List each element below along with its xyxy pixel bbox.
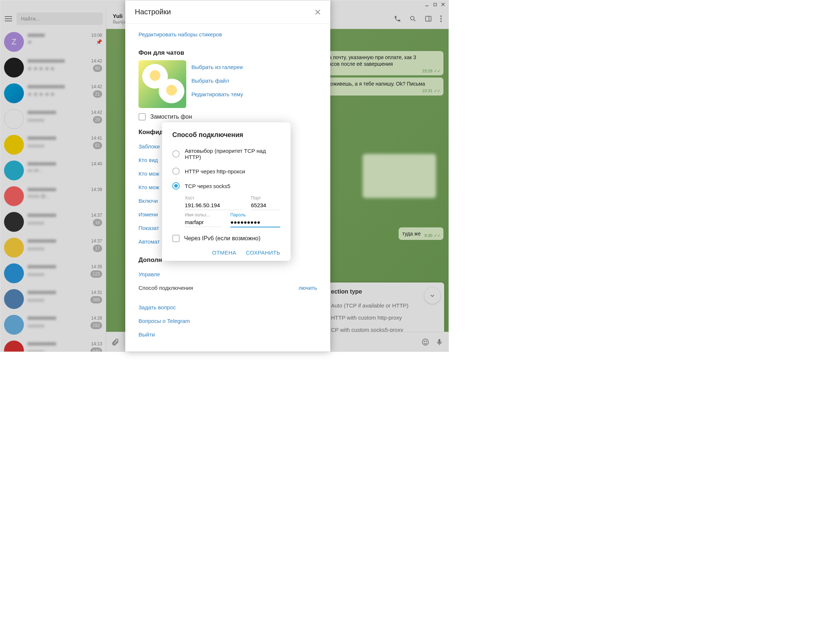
close-icon[interactable]	[315, 9, 321, 15]
radio-label: Автовыбор (приоритет TCP над HTTP)	[185, 148, 280, 160]
modal-title: Способ подключения	[172, 131, 280, 139]
section-background: Фон для чатов	[138, 49, 317, 57]
settings-title: Настройки	[135, 8, 171, 16]
password-input[interactable]	[231, 217, 280, 227]
username-input[interactable]	[185, 217, 221, 227]
radio-auto[interactable]: Автовыбор (приоритет TCP над HTTP)	[172, 144, 280, 164]
radio-label: TCP через socks5	[185, 183, 231, 189]
port-label: Порт	[251, 195, 280, 201]
edit-stickers-link[interactable]: Редактировать наборы стикеров	[138, 28, 317, 41]
choose-gallery-link[interactable]: Выбрать из галереи	[191, 60, 243, 74]
host-label: Хост	[185, 195, 242, 201]
faq-link[interactable]: Вопросы о Telegram	[138, 314, 317, 328]
checkbox-label: Замостить фон	[150, 114, 192, 120]
radio-label: HTTP через http-прокси	[185, 168, 245, 175]
username-label: Имя польз...	[185, 212, 221, 217]
password-label: Пароль	[231, 212, 280, 217]
tile-background-checkbox[interactable]: Замостить фон	[138, 113, 317, 120]
connection-method-label: Способ подключения	[138, 285, 193, 291]
ipv6-checkbox[interactable]: Через IPv6 (если возможно)	[172, 235, 280, 242]
save-button[interactable]: СОХРАНИТЬ	[246, 249, 280, 256]
edit-theme-link[interactable]: Редактировать тему	[191, 88, 243, 101]
manage-link[interactable]: Управле	[138, 267, 317, 281]
checkbox-icon	[138, 113, 146, 120]
host-input[interactable]	[185, 201, 242, 210]
ask-question-link[interactable]: Задать вопрос	[138, 301, 317, 314]
radio-icon	[172, 150, 180, 158]
radio-icon	[172, 182, 180, 189]
connection-method-action[interactable]: лючить	[298, 285, 317, 291]
radio-http[interactable]: HTTP через http-прокси	[172, 164, 280, 178]
port-input[interactable]	[251, 201, 280, 210]
radio-icon	[172, 168, 180, 175]
radio-socks5[interactable]: TCP через socks5	[172, 178, 280, 193]
wallpaper-thumbnail[interactable]	[138, 60, 186, 108]
checkbox-icon	[172, 235, 180, 242]
connection-type-modal: Способ подключения Автовыбор (приоритет …	[162, 122, 291, 261]
cancel-button[interactable]: ОТМЕНА	[212, 249, 236, 256]
choose-file-link[interactable]: Выбрать файл	[191, 74, 243, 88]
logout-link[interactable]: Выйти	[138, 328, 317, 341]
checkbox-label: Через IPv6 (если возможно)	[184, 235, 260, 242]
